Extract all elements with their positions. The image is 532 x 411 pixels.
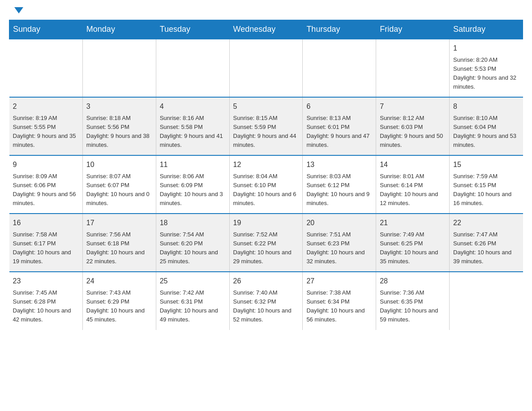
day-number: 25 <box>160 276 226 287</box>
weekday-header-sunday: Sunday <box>9 20 83 39</box>
logo <box>13 9 23 15</box>
calendar-body: 1Sunrise: 8:20 AMSunset: 5:53 PMDaylight… <box>9 39 523 330</box>
calendar-week-row: 16Sunrise: 7:58 AMSunset: 6:17 PMDayligh… <box>9 214 523 272</box>
calendar-cell: 9Sunrise: 8:09 AMSunset: 6:06 PMDaylight… <box>9 155 83 214</box>
calendar-cell: 26Sunrise: 7:40 AMSunset: 6:32 PMDayligh… <box>229 272 303 330</box>
day-number: 18 <box>160 218 226 228</box>
day-number: 24 <box>86 276 152 287</box>
day-info: Sunrise: 7:54 AMSunset: 6:20 PMDaylight:… <box>160 230 226 266</box>
day-info: Sunrise: 7:40 AMSunset: 6:32 PMDaylight:… <box>233 288 299 325</box>
calendar-cell: 8Sunrise: 8:10 AMSunset: 6:04 PMDaylight… <box>450 97 523 155</box>
logo-triangle-icon <box>14 7 23 13</box>
day-number: 14 <box>380 159 446 170</box>
weekday-header-row: SundayMondayTuesdayWednesdayThursdayFrid… <box>9 20 523 39</box>
day-info: Sunrise: 7:58 AMSunset: 6:17 PMDaylight:… <box>13 230 79 266</box>
calendar-cell <box>156 39 229 97</box>
day-number: 3 <box>86 101 152 112</box>
calendar-cell: 15Sunrise: 7:59 AMSunset: 6:15 PMDayligh… <box>450 155 523 214</box>
day-info: Sunrise: 8:20 AMSunset: 5:53 PMDaylight:… <box>453 56 519 92</box>
day-number: 9 <box>13 159 79 170</box>
calendar-cell: 13Sunrise: 8:03 AMSunset: 6:12 PMDayligh… <box>303 155 376 214</box>
calendar-container: SundayMondayTuesdayWednesdayThursdayFrid… <box>0 20 532 339</box>
calendar-cell: 21Sunrise: 7:49 AMSunset: 6:25 PMDayligh… <box>376 214 450 272</box>
day-number: 4 <box>160 101 226 112</box>
day-info: Sunrise: 7:51 AMSunset: 6:23 PMDaylight:… <box>306 230 372 266</box>
calendar-week-row: 23Sunrise: 7:45 AMSunset: 6:28 PMDayligh… <box>9 272 523 330</box>
calendar-table: SundayMondayTuesdayWednesdayThursdayFrid… <box>9 20 523 330</box>
calendar-cell: 3Sunrise: 8:18 AMSunset: 5:56 PMDaylight… <box>82 97 156 155</box>
day-info: Sunrise: 8:19 AMSunset: 5:55 PMDaylight:… <box>13 114 79 150</box>
calendar-cell <box>9 39 83 97</box>
day-number: 27 <box>306 276 372 287</box>
day-number: 10 <box>86 159 152 170</box>
calendar-cell: 6Sunrise: 8:13 AMSunset: 6:01 PMDaylight… <box>303 97 376 155</box>
day-info: Sunrise: 8:18 AMSunset: 5:56 PMDaylight:… <box>86 114 152 150</box>
day-info: Sunrise: 8:09 AMSunset: 6:06 PMDaylight:… <box>13 172 79 208</box>
day-number: 26 <box>233 276 299 287</box>
calendar-cell: 17Sunrise: 7:56 AMSunset: 6:18 PMDayligh… <box>82 214 156 272</box>
day-number: 20 <box>306 218 372 228</box>
calendar-cell: 22Sunrise: 7:47 AMSunset: 6:26 PMDayligh… <box>450 214 523 272</box>
calendar-cell: 20Sunrise: 7:51 AMSunset: 6:23 PMDayligh… <box>303 214 376 272</box>
day-info: Sunrise: 8:07 AMSunset: 6:07 PMDaylight:… <box>86 172 152 208</box>
day-number: 2 <box>13 101 79 112</box>
day-number: 23 <box>13 276 79 287</box>
weekday-header-wednesday: Wednesday <box>229 20 303 39</box>
calendar-cell: 24Sunrise: 7:43 AMSunset: 6:29 PMDayligh… <box>82 272 156 330</box>
day-info: Sunrise: 7:52 AMSunset: 6:22 PMDaylight:… <box>233 230 299 266</box>
day-info: Sunrise: 7:45 AMSunset: 6:28 PMDaylight:… <box>13 288 79 325</box>
day-info: Sunrise: 8:06 AMSunset: 6:09 PMDaylight:… <box>160 172 226 208</box>
calendar-cell: 14Sunrise: 8:01 AMSunset: 6:14 PMDayligh… <box>376 155 450 214</box>
day-info: Sunrise: 8:12 AMSunset: 6:03 PMDaylight:… <box>380 114 446 150</box>
day-number: 12 <box>233 159 299 170</box>
day-number: 16 <box>13 218 79 228</box>
calendar-cell: 7Sunrise: 8:12 AMSunset: 6:03 PMDaylight… <box>376 97 450 155</box>
weekday-header-friday: Friday <box>376 20 450 39</box>
day-number: 7 <box>380 101 446 112</box>
day-info: Sunrise: 7:36 AMSunset: 6:35 PMDaylight:… <box>380 288 446 325</box>
calendar-cell: 4Sunrise: 8:16 AMSunset: 5:58 PMDaylight… <box>156 97 229 155</box>
calendar-cell: 16Sunrise: 7:58 AMSunset: 6:17 PMDayligh… <box>9 214 83 272</box>
weekday-header-saturday: Saturday <box>450 20 523 39</box>
calendar-cell: 25Sunrise: 7:42 AMSunset: 6:31 PMDayligh… <box>156 272 229 330</box>
calendar-cell: 19Sunrise: 7:52 AMSunset: 6:22 PMDayligh… <box>229 214 303 272</box>
day-number: 8 <box>453 101 519 112</box>
calendar-week-row: 2Sunrise: 8:19 AMSunset: 5:55 PMDaylight… <box>9 97 523 155</box>
day-info: Sunrise: 8:03 AMSunset: 6:12 PMDaylight:… <box>306 172 372 208</box>
day-info: Sunrise: 7:38 AMSunset: 6:34 PMDaylight:… <box>306 288 372 325</box>
calendar-cell: 5Sunrise: 8:15 AMSunset: 5:59 PMDaylight… <box>229 97 303 155</box>
calendar-cell: 27Sunrise: 7:38 AMSunset: 6:34 PMDayligh… <box>303 272 376 330</box>
day-info: Sunrise: 7:47 AMSunset: 6:26 PMDaylight:… <box>453 230 519 266</box>
calendar-week-row: 9Sunrise: 8:09 AMSunset: 6:06 PMDaylight… <box>9 155 523 214</box>
day-info: Sunrise: 8:04 AMSunset: 6:10 PMDaylight:… <box>233 172 299 208</box>
calendar-cell: 28Sunrise: 7:36 AMSunset: 6:35 PMDayligh… <box>376 272 450 330</box>
calendar-cell <box>450 272 523 330</box>
day-number: 19 <box>233 218 299 228</box>
day-number: 15 <box>453 159 519 170</box>
day-number: 13 <box>306 159 372 170</box>
day-info: Sunrise: 8:10 AMSunset: 6:04 PMDaylight:… <box>453 114 519 150</box>
day-number: 17 <box>86 218 152 228</box>
weekday-header-thursday: Thursday <box>303 20 376 39</box>
calendar-week-row: 1Sunrise: 8:20 AMSunset: 5:53 PMDaylight… <box>9 39 523 97</box>
calendar-cell: 18Sunrise: 7:54 AMSunset: 6:20 PMDayligh… <box>156 214 229 272</box>
calendar-cell <box>229 39 303 97</box>
page-header <box>0 0 532 20</box>
weekday-header-tuesday: Tuesday <box>156 20 229 39</box>
day-number: 11 <box>160 159 226 170</box>
day-number: 22 <box>453 218 519 228</box>
calendar-cell: 1Sunrise: 8:20 AMSunset: 5:53 PMDaylight… <box>450 39 523 97</box>
weekday-header-monday: Monday <box>82 20 156 39</box>
day-info: Sunrise: 8:01 AMSunset: 6:14 PMDaylight:… <box>380 172 446 208</box>
day-number: 5 <box>233 101 299 112</box>
day-info: Sunrise: 7:43 AMSunset: 6:29 PMDaylight:… <box>86 288 152 325</box>
day-number: 21 <box>380 218 446 228</box>
day-info: Sunrise: 7:56 AMSunset: 6:18 PMDaylight:… <box>86 230 152 266</box>
day-info: Sunrise: 7:49 AMSunset: 6:25 PMDaylight:… <box>380 230 446 266</box>
calendar-header: SundayMondayTuesdayWednesdayThursdayFrid… <box>9 20 523 39</box>
day-number: 28 <box>380 276 446 287</box>
calendar-cell <box>376 39 450 97</box>
day-number: 1 <box>453 43 519 54</box>
calendar-cell: 11Sunrise: 8:06 AMSunset: 6:09 PMDayligh… <box>156 155 229 214</box>
day-info: Sunrise: 7:42 AMSunset: 6:31 PMDaylight:… <box>160 288 226 325</box>
